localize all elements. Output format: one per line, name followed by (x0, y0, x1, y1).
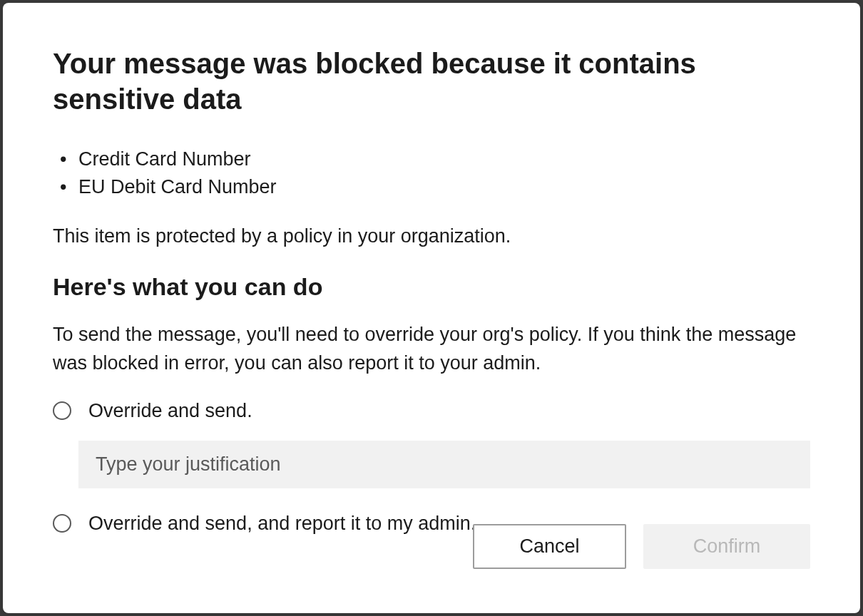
sensitive-item: Credit Card Number (78, 145, 810, 173)
radio-label: Override and send. (88, 400, 252, 422)
override-options-group: Override and send. Override and send, an… (53, 400, 810, 535)
option-override-send[interactable]: Override and send. (53, 400, 810, 422)
justification-input[interactable] (78, 441, 810, 488)
confirm-button[interactable]: Confirm (643, 524, 810, 569)
sensitive-item: EU Debit Card Number (78, 173, 810, 201)
policy-description: This item is protected by a policy in yo… (53, 222, 810, 250)
sensitive-data-list: Credit Card Number EU Debit Card Number (53, 145, 810, 201)
radio-icon[interactable] (53, 401, 71, 420)
radio-icon[interactable] (53, 514, 71, 533)
cancel-button[interactable]: Cancel (473, 524, 626, 569)
dialog-button-row: Cancel Confirm (473, 524, 810, 569)
actions-subheading: Here's what you can do (53, 273, 810, 301)
instruction-text: To send the message, you'll need to over… (53, 321, 810, 376)
dialog-title: Your message was blocked because it cont… (53, 46, 810, 117)
dlp-policy-dialog: Your message was blocked because it cont… (3, 3, 860, 613)
radio-label: Override and send, and report it to my a… (88, 513, 476, 535)
